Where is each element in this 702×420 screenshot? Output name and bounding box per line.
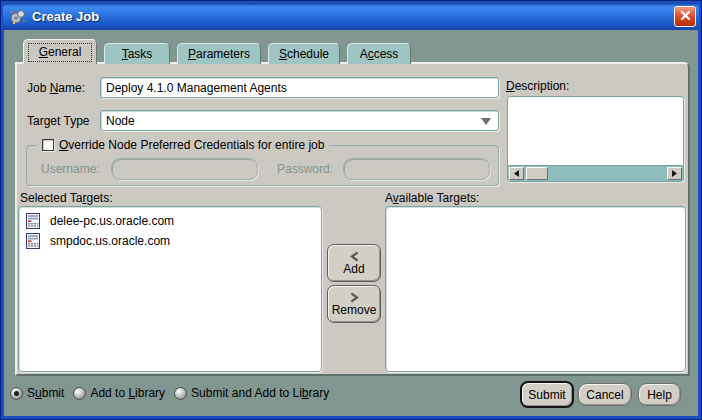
tab-bar: General Tasks Parameters Schedule Access (23, 39, 411, 64)
window-title: Create Job (32, 9, 99, 24)
add-button-label: Add (343, 262, 364, 276)
username-label: Username: (41, 162, 100, 176)
radio-add-to-library-label: Add to Library (90, 386, 165, 400)
tab-parameters-label: Parameters (188, 47, 250, 61)
add-button[interactable]: Add (327, 244, 381, 282)
description-text[interactable] (508, 97, 683, 165)
target-type-value: Node (106, 114, 135, 128)
remove-button[interactable]: Remove (327, 285, 381, 323)
radio-submit[interactable]: Submit (10, 386, 64, 400)
selected-targets-label: Selected Targets: (20, 191, 113, 205)
tab-general-label: General (39, 45, 82, 59)
tab-access-label: Access (360, 47, 399, 61)
username-input (111, 158, 258, 180)
scroll-left-button[interactable] (509, 167, 524, 180)
target-type-label: Target Type (27, 114, 89, 128)
radio-add-to-library[interactable]: Add to Library (73, 386, 165, 400)
close-button[interactable] (674, 6, 696, 27)
tab-parameters[interactable]: Parameters (177, 43, 261, 64)
credentials-group: Override Node Preferred Credentials for … (26, 138, 499, 186)
override-credentials-checkbox[interactable] (42, 139, 54, 151)
password-input (343, 158, 490, 180)
list-item[interactable]: delee-pc.us.oracle.com (19, 211, 321, 231)
description-textarea[interactable] (507, 96, 684, 182)
submit-mode-radio-group: Submit Add to Library Submit and Add to … (10, 386, 329, 400)
triangle-left-icon (513, 170, 520, 177)
target-name: smpdoc.us.oracle.com (50, 234, 170, 248)
remove-button-label: Remove (332, 303, 377, 317)
job-name-input[interactable] (100, 77, 499, 98)
tab-tasks[interactable]: Tasks (104, 43, 170, 64)
tab-tasks-label: Tasks (122, 47, 153, 61)
scroll-thumb[interactable] (526, 167, 548, 180)
close-icon (680, 9, 691, 24)
radio-submit-label: Submit (27, 386, 64, 400)
chevron-right-icon (348, 292, 361, 303)
tab-general[interactable]: General (23, 39, 97, 64)
help-button[interactable]: Help (638, 383, 681, 406)
radio-circle (10, 387, 23, 400)
app-icon (9, 8, 27, 26)
node-icon (26, 233, 40, 249)
chevron-down-icon (481, 118, 491, 130)
override-credentials-label: Override Node Preferred Credentials for … (59, 138, 324, 152)
node-icon (26, 213, 40, 229)
list-item[interactable]: smpdoc.us.oracle.com (19, 231, 321, 251)
available-targets-label: Available Targets: (385, 191, 479, 205)
dialog-body: General Tasks Parameters Schedule Access… (4, 30, 698, 416)
create-job-window: Create Job General Tasks Parameters Sche… (0, 0, 702, 420)
description-hscrollbar (508, 165, 683, 181)
password-label: Password: (277, 162, 333, 176)
scroll-right-button[interactable] (667, 167, 682, 180)
selected-targets-list[interactable]: delee-pc.us.oracle.com smpdoc.us.oracle.… (18, 206, 322, 372)
general-panel: Job Name: Description: Target Type (15, 62, 690, 376)
chevron-left-icon (348, 251, 361, 262)
description-label: Description: (506, 79, 569, 93)
available-targets-list[interactable] (385, 206, 686, 372)
tab-access[interactable]: Access (347, 43, 411, 64)
radio-submit-and-add-label: Submit and Add to Library (191, 386, 329, 400)
radio-submit-and-add[interactable]: Submit and Add to Library (174, 386, 329, 400)
tab-schedule-label: Schedule (279, 47, 329, 61)
cancel-button[interactable]: Cancel (578, 383, 632, 406)
submit-button[interactable]: Submit (520, 381, 574, 408)
scroll-track[interactable] (548, 167, 667, 180)
target-name: delee-pc.us.oracle.com (50, 214, 174, 228)
job-name-label: Job Name: (27, 81, 85, 95)
radio-circle (73, 387, 86, 400)
target-type-select[interactable]: Node (100, 110, 499, 131)
triangle-right-icon (671, 170, 678, 177)
credentials-legend: Override Node Preferred Credentials for … (37, 138, 329, 152)
radio-circle (174, 387, 187, 400)
tab-schedule[interactable]: Schedule (268, 43, 340, 64)
titlebar[interactable]: Create Job (3, 3, 699, 30)
